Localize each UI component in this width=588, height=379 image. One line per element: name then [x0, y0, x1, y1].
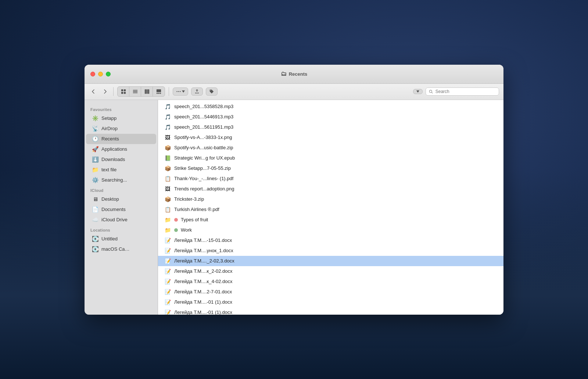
sort-button[interactable] — [413, 89, 423, 94]
file-item[interactable]: 📝Легейда Т.М...._2-02,3.docx — [158, 256, 503, 266]
tag-button[interactable] — [206, 87, 218, 96]
file-icon: 📝 — [164, 298, 171, 306]
search-box — [426, 87, 499, 96]
file-item[interactable]: 📋Turkish Airlines ®.pdf — [158, 204, 503, 215]
sidebar-item-applications[interactable]: 🚀 Applications — [86, 144, 156, 154]
file-name: Легейда Т.М....-01 (1).docx — [174, 310, 232, 315]
file-item[interactable]: 📝Легейда Т.М....-01 (1).docx — [158, 307, 503, 315]
file-name: Turkish Airlines ®.pdf — [174, 207, 219, 212]
gallery-view-button[interactable] — [153, 87, 165, 96]
sidebar-item-recents[interactable]: 🕐 Recents — [86, 134, 156, 144]
file-name: Strategic Wri...g for UX.epub — [174, 155, 235, 161]
sidebar-item-untitled[interactable]: 💽 Untitled — [86, 234, 156, 244]
file-item[interactable]: 📝Легейда Т.М....-15-01.docx — [158, 235, 503, 246]
sidebar-item-searching[interactable]: ⚙️ Searching... — [86, 175, 156, 185]
downloads-icon: ⬇️ — [92, 156, 98, 163]
file-item[interactable]: 🖼Trends report...adoption.png — [158, 184, 503, 194]
minimize-button[interactable] — [98, 72, 103, 76]
file-item[interactable]: 📗Strategic Wri...g for UX.epub — [158, 153, 503, 163]
title-bar: 🗂 Recents — [85, 65, 503, 84]
file-name: Легейда Т.М....к_4-02.docx — [174, 279, 233, 284]
search-input[interactable] — [435, 89, 496, 94]
sidebar-item-downloads[interactable]: ⬇️ Downloads — [86, 154, 156, 165]
tag-dot — [174, 228, 178, 232]
sidebar-label-setapp: Setapp — [101, 115, 116, 121]
close-button[interactable] — [90, 72, 95, 76]
file-name: speech_201...5611951.mp3 — [174, 124, 233, 130]
svg-rect-9 — [148, 89, 149, 94]
sidebar-label-text-file: text file — [101, 167, 116, 172]
file-item[interactable]: 📝Легейда Т.М....-01 (1).docx — [158, 297, 503, 307]
file-list: 🎵speech_201...5358528.mp3🎵speech_201...5… — [158, 100, 503, 315]
file-icon: 📋 — [164, 175, 171, 182]
sidebar-item-setapp[interactable]: ✳️ Setapp — [86, 113, 156, 124]
macos-disk-icon: 💽 — [92, 246, 98, 253]
file-name: Spotify-vs-A...usic-battle.zip — [174, 145, 233, 150]
file-name: Легейда Т.М....к_2-02.docx — [174, 268, 233, 274]
sidebar-item-desktop[interactable]: 🖥 Desktop — [86, 194, 156, 204]
untitled-disk-icon: 💽 — [92, 236, 98, 242]
sidebar-item-airdrop[interactable]: 📡 AirDrop — [86, 124, 156, 134]
file-item[interactable]: 📝Легейда Т.М....унок_1.docx — [158, 246, 503, 256]
svg-point-15 — [178, 91, 179, 92]
file-item[interactable]: 📦Strike Setapp...7-05-55.zip — [158, 163, 503, 174]
window-title-area: 🗂 Recents — [281, 71, 308, 77]
back-button[interactable] — [89, 87, 98, 96]
icon-view-button[interactable] — [118, 87, 129, 96]
svg-point-14 — [176, 91, 178, 92]
file-item[interactable]: 📋Thank-You-_-...lines- (1).pdf — [158, 174, 503, 184]
sidebar-item-text-file[interactable]: 📁 text file — [86, 165, 156, 175]
file-item[interactable]: 🎵speech_201...5611951.mp3 — [158, 122, 503, 132]
file-icon: 📝 — [164, 237, 171, 244]
file-icon: 📦 — [164, 144, 171, 151]
sidebar-label-downloads: Downloads — [101, 157, 125, 162]
file-name: Spotify-vs-A...-3833-1x.png — [174, 135, 232, 140]
file-icon: 🖼 — [164, 185, 171, 193]
file-name: Trickster-3.zip — [174, 196, 204, 202]
file-icon: 📝 — [164, 278, 171, 285]
forward-button[interactable] — [101, 87, 110, 96]
file-icon: 🎵 — [164, 124, 171, 131]
file-icon: 🎵 — [164, 103, 171, 110]
sidebar-item-documents[interactable]: 📄 Documents — [86, 204, 156, 215]
sidebar-label-airdrop: AirDrop — [101, 126, 118, 131]
file-item[interactable]: 📝Легейда Т.М....к_4-02.docx — [158, 276, 503, 287]
file-item[interactable]: 📦Trickster-3.zip — [158, 194, 503, 204]
file-name: Types of fruit — [181, 217, 208, 222]
file-item[interactable]: 🎵speech_201...5446913.mp3 — [158, 112, 503, 122]
sidebar-item-icloud-drive[interactable]: ☁️ iCloud Drive — [86, 215, 156, 225]
action-button[interactable] — [173, 87, 188, 96]
file-icon: 🖼 — [164, 134, 171, 141]
list-view-button[interactable] — [129, 87, 141, 96]
svg-point-16 — [180, 91, 181, 92]
window-title: Recents — [289, 71, 308, 77]
file-item[interactable]: 📝Легейда Т.М....2-7-01.docx — [158, 287, 503, 297]
search-icon — [429, 89, 433, 94]
file-name: speech_201...5358528.mp3 — [174, 104, 233, 109]
file-name: Trends report...adoption.png — [174, 186, 234, 192]
sidebar-item-macos[interactable]: 💽 macOS Ca… — [86, 244, 156, 254]
file-icon: 📝 — [164, 247, 171, 254]
file-item[interactable]: 📝Легейда Т.М....к_2-02.docx — [158, 266, 503, 276]
svg-rect-6 — [133, 93, 137, 93]
file-name: Strike Setapp...7-05-55.zip — [174, 165, 231, 171]
file-item[interactable]: 🎵speech_201...5358528.mp3 — [158, 101, 503, 112]
sidebar-label-applications: Applications — [101, 146, 127, 152]
file-icon: 🎵 — [164, 113, 171, 121]
sidebar-label-recents: Recents — [101, 136, 119, 142]
file-item[interactable]: 📦Spotify-vs-A...usic-battle.zip — [158, 143, 503, 153]
file-name: Легейда Т.М....-15-01.docx — [174, 237, 232, 243]
file-item[interactable]: 📁Types of fruit — [158, 215, 503, 225]
share-button[interactable] — [191, 87, 203, 96]
column-view-button[interactable] — [141, 87, 153, 96]
file-name: speech_201...5446913.mp3 — [174, 114, 233, 119]
file-item[interactable]: 🖼Spotify-vs-A...-3833-1x.png — [158, 132, 503, 143]
file-icon: 📝 — [164, 268, 171, 275]
file-icon: 📝 — [164, 309, 171, 315]
maximize-button[interactable] — [106, 72, 111, 76]
documents-icon: 📄 — [92, 206, 98, 213]
toolbar — [85, 84, 503, 100]
file-item[interactable]: 📁Work — [158, 225, 503, 235]
text-file-icon: 📁 — [92, 167, 98, 173]
svg-rect-12 — [158, 93, 159, 94]
